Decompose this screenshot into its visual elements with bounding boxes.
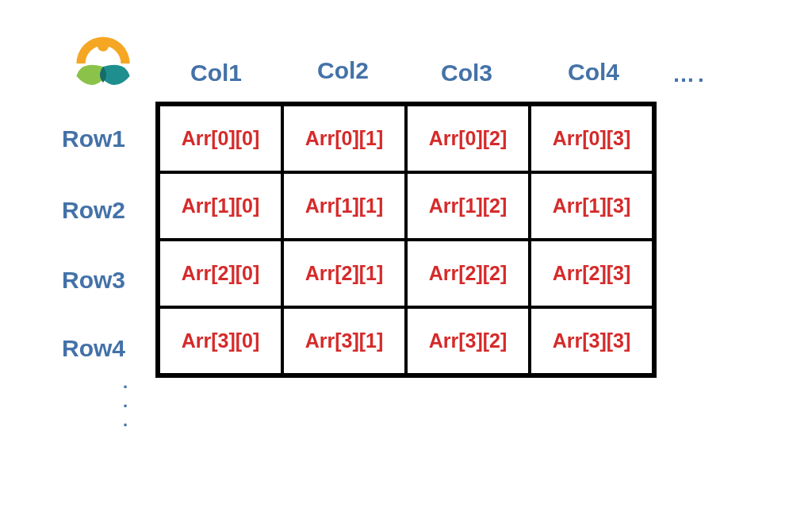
cell-3-1: Arr[3][1] xyxy=(282,307,406,375)
cell-text: Arr[0][0] xyxy=(182,127,260,150)
dot: . xyxy=(117,373,133,392)
cell-0-1: Arr[0][1] xyxy=(282,105,406,172)
cell-0-3: Arr[0][3] xyxy=(530,105,653,172)
cell-2-3: Arr[2][3] xyxy=(530,240,653,307)
cell-text: Arr[2][1] xyxy=(305,262,384,285)
cell-text: Arr[1][3] xyxy=(553,194,631,217)
cell-text: Arr[3][2] xyxy=(429,329,508,352)
dot: . xyxy=(117,411,133,430)
cell-2-1: Arr[2][1] xyxy=(282,240,406,307)
cell-text: Arr[0][3] xyxy=(553,127,631,150)
cell-1-2: Arr[1][2] xyxy=(406,172,530,240)
cell-2-0: Arr[2][0] xyxy=(159,240,282,307)
cell-text: Arr[0][2] xyxy=(429,127,508,150)
cell-text: Arr[1][1] xyxy=(305,194,384,217)
col-header-2: Col2 xyxy=(317,57,369,84)
row-header-3: Row3 xyxy=(62,267,125,294)
table-row: Arr[0][0] Arr[0][1] Arr[0][2] Arr[0][3] xyxy=(159,105,653,172)
cell-text: Arr[3][1] xyxy=(305,329,384,352)
col-header-3: Col3 xyxy=(441,60,492,87)
cell-1-3: Arr[1][3] xyxy=(530,172,653,240)
array-grid: Arr[0][0] Arr[0][1] Arr[0][2] Arr[0][3] … xyxy=(155,102,657,378)
cell-text: Arr[3][3] xyxy=(553,329,631,352)
cell-1-0: Arr[1][0] xyxy=(159,172,282,240)
cell-1-1: Arr[1][1] xyxy=(282,172,406,240)
row-header-1: Row1 xyxy=(62,125,125,152)
svg-point-0 xyxy=(98,40,109,51)
cell-text: Arr[3][0] xyxy=(182,329,260,352)
row-ellipsis: . . . xyxy=(117,373,133,431)
cell-text: Arr[2][0] xyxy=(182,262,260,285)
table-row: Arr[1][0] Arr[1][1] Arr[1][2] Arr[1][3] xyxy=(159,172,653,240)
col-header-1: Col1 xyxy=(190,60,242,87)
cell-text: Arr[1][2] xyxy=(429,194,508,217)
cell-3-0: Arr[3][0] xyxy=(159,307,282,375)
leaf-person-logo-icon xyxy=(71,32,135,95)
cell-text: Arr[2][2] xyxy=(429,262,508,285)
cell-3-2: Arr[3][2] xyxy=(406,307,530,375)
diagram-stage: Col1 Col2 Col3 Col4 …. Row1 Row2 Row3 Ro… xyxy=(0,0,812,508)
cell-0-2: Arr[0][2] xyxy=(406,105,530,172)
table-row: Arr[3][0] Arr[3][1] Arr[3][2] Arr[3][3] xyxy=(159,307,653,375)
cell-text: Arr[0][1] xyxy=(305,127,384,150)
cell-2-2: Arr[2][2] xyxy=(406,240,530,307)
table-row: Arr[2][0] Arr[2][1] Arr[2][2] Arr[2][3] xyxy=(159,240,653,307)
row-header-2: Row2 xyxy=(62,197,125,224)
cell-text: Arr[2][3] xyxy=(553,262,631,285)
cell-text: Arr[1][0] xyxy=(182,194,260,217)
cell-0-0: Arr[0][0] xyxy=(159,105,282,172)
cell-3-3: Arr[3][3] xyxy=(530,307,653,375)
col-header-4: Col4 xyxy=(568,59,619,86)
col-ellipsis: …. xyxy=(672,62,707,87)
row-header-4: Row4 xyxy=(62,335,125,362)
dot: . xyxy=(117,392,133,411)
